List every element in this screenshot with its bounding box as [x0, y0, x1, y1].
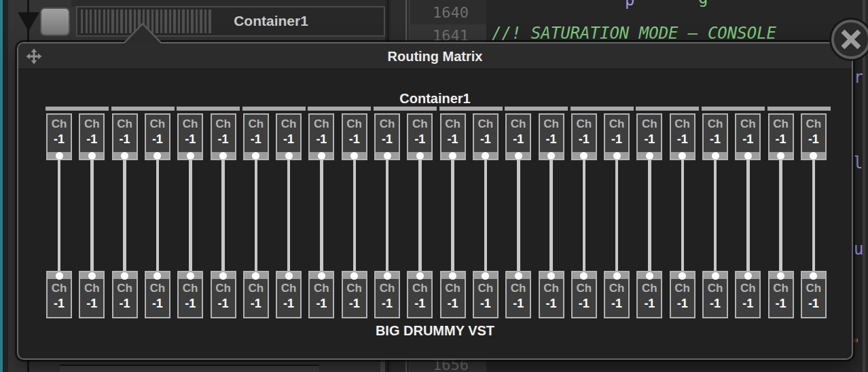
channel-box-top[interactable]: Ch-1	[177, 113, 203, 160]
connection-node[interactable]	[416, 272, 424, 280]
channel-box-top[interactable]: Ch-1	[636, 113, 662, 160]
connection-node[interactable]	[252, 152, 259, 160]
channel-box-bottom[interactable]: Ch-1	[145, 271, 170, 318]
bypass-button[interactable]	[40, 7, 70, 36]
channel-box-top[interactable]: Ch-1	[342, 113, 367, 160]
connection-node[interactable]	[679, 152, 686, 160]
channel-box-top[interactable]: Ch-1	[571, 113, 597, 160]
connection-node[interactable]	[88, 152, 96, 160]
connection-node[interactable]	[285, 152, 293, 160]
channel-box-top[interactable]: Ch-1	[112, 113, 138, 160]
connection-node[interactable]	[580, 152, 587, 160]
channel-box-bottom[interactable]: Ch-1	[440, 271, 466, 318]
channel-box-bottom[interactable]: Ch-1	[112, 271, 138, 318]
close-button[interactable]	[831, 20, 868, 59]
connection-node[interactable]	[219, 272, 227, 280]
connection-node[interactable]	[416, 152, 424, 160]
channel-box-bottom[interactable]: Ch-1	[473, 271, 499, 318]
connection-node[interactable]	[646, 152, 653, 160]
connection-node[interactable]	[56, 152, 63, 160]
channel-box-bottom[interactable]: Ch-1	[211, 271, 236, 318]
connection-node[interactable]	[384, 272, 391, 280]
channel-box-bottom[interactable]: Ch-1	[243, 271, 269, 318]
channel-box-top[interactable]: Ch-1	[46, 113, 72, 160]
connection-node[interactable]	[646, 272, 653, 280]
connection-node[interactable]	[318, 272, 325, 280]
connection-node[interactable]	[679, 272, 686, 280]
channel-box-bottom[interactable]: Ch-1	[374, 271, 400, 318]
channel-box-top[interactable]: Ch-1	[505, 113, 531, 160]
channel-box-bottom[interactable]: Ch-1	[308, 271, 334, 318]
panel-bottom-bar[interactable]	[60, 365, 319, 372]
connection-node[interactable]	[285, 272, 293, 280]
channel-box-top[interactable]: Ch-1	[801, 113, 827, 160]
connection-node[interactable]	[613, 152, 621, 160]
channel-box-bottom[interactable]: Ch-1	[407, 271, 433, 318]
channel-box-bottom[interactable]: Ch-1	[79, 271, 105, 318]
connection-node[interactable]	[482, 272, 489, 280]
connection-node[interactable]	[515, 152, 522, 160]
channel-box-bottom[interactable]: Ch-1	[342, 271, 367, 318]
channel-box-top[interactable]: Ch-1	[407, 113, 433, 160]
channel-box-bottom[interactable]: Ch-1	[636, 271, 662, 318]
channel-box-top[interactable]: Ch-1	[735, 113, 761, 160]
channel-box-top[interactable]: Ch-1	[243, 113, 269, 160]
connection-node[interactable]	[744, 272, 752, 280]
channel-box-bottom[interactable]: Ch-1	[276, 271, 302, 318]
connection-node[interactable]	[187, 272, 194, 280]
connection-node[interactable]	[777, 152, 784, 160]
connection-node[interactable]	[580, 272, 587, 280]
channel-box-bottom[interactable]: Ch-1	[768, 271, 794, 318]
connection-node[interactable]	[219, 152, 227, 160]
connection-node[interactable]	[121, 152, 128, 160]
connection-node[interactable]	[153, 272, 161, 280]
connection-node[interactable]	[744, 152, 752, 160]
connection-node[interactable]	[121, 272, 128, 280]
channel-box-top[interactable]: Ch-1	[145, 113, 170, 160]
connection-node[interactable]	[350, 272, 358, 280]
channel-box-top[interactable]: Ch-1	[308, 113, 334, 160]
connection-node[interactable]	[56, 272, 63, 280]
connection-node[interactable]	[547, 272, 555, 280]
channel-box-bottom[interactable]: Ch-1	[702, 271, 728, 318]
channel-box-top[interactable]: Ch-1	[670, 113, 695, 160]
channel-box-bottom[interactable]: Ch-1	[505, 271, 531, 318]
channel-box-top[interactable]: Ch-1	[374, 113, 400, 160]
connection-node[interactable]	[547, 152, 555, 160]
channel-box-bottom[interactable]: Ch-1	[735, 271, 761, 318]
channel-box-bottom[interactable]: Ch-1	[539, 271, 564, 318]
channel-box-top[interactable]: Ch-1	[702, 113, 728, 160]
connection-node[interactable]	[482, 152, 489, 160]
connection-node[interactable]	[384, 152, 391, 160]
channel-box-bottom[interactable]: Ch-1	[571, 271, 597, 318]
connection-node[interactable]	[350, 152, 358, 160]
channel-box-top[interactable]: Ch-1	[473, 113, 499, 160]
connection-node[interactable]	[153, 152, 161, 160]
channel-box-top[interactable]: Ch-1	[604, 113, 630, 160]
channel-box-bottom[interactable]: Ch-1	[177, 271, 203, 318]
channel-box-top[interactable]: Ch-1	[79, 113, 105, 160]
channel-box-top[interactable]: Ch-1	[276, 113, 302, 160]
channel-box-bottom[interactable]: Ch-1	[801, 271, 827, 318]
connection-node[interactable]	[88, 272, 96, 280]
channel-box-bottom[interactable]: Ch-1	[604, 271, 630, 318]
channel-box-top[interactable]: Ch-1	[768, 113, 794, 160]
channel-box-bottom[interactable]: Ch-1	[670, 271, 695, 318]
channel-box-bottom[interactable]: Ch-1	[46, 271, 72, 318]
connection-node[interactable]	[252, 272, 259, 280]
connection-node[interactable]	[515, 272, 522, 280]
connection-node[interactable]	[810, 272, 817, 280]
connection-node[interactable]	[449, 272, 456, 280]
channel-box-top[interactable]: Ch-1	[440, 113, 466, 160]
connection-node[interactable]	[187, 152, 194, 160]
connection-node[interactable]	[712, 272, 719, 280]
connection-node[interactable]	[613, 272, 621, 280]
connection-node[interactable]	[810, 152, 817, 160]
channel-box-top[interactable]: Ch-1	[211, 113, 236, 160]
channel-box-top[interactable]: Ch-1	[539, 113, 564, 160]
triangle-down-icon[interactable]	[18, 12, 39, 31]
connection-node[interactable]	[712, 152, 719, 160]
connection-node[interactable]	[777, 272, 784, 280]
connection-node[interactable]	[318, 152, 325, 160]
connection-node[interactable]	[449, 152, 456, 160]
